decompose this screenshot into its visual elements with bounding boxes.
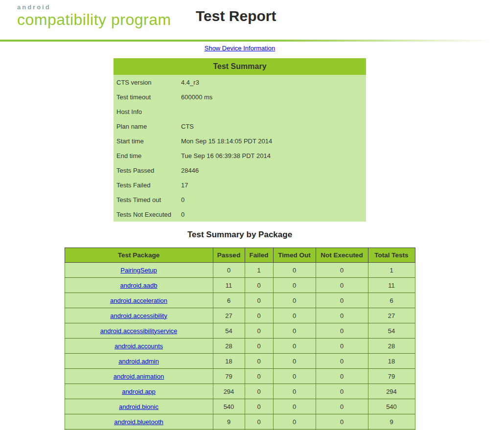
package-name-cell: android.animation	[65, 369, 213, 384]
not-executed-cell: 0	[316, 354, 368, 369]
failed-cell: 0	[245, 369, 273, 384]
not-executed-cell: 0	[316, 339, 368, 354]
test-summary-title: Test Summary	[114, 58, 366, 75]
test-summary-table: Test Summary CTS version4.4_r3Test timeo…	[114, 58, 366, 222]
package-row: android.aadb1100011	[65, 278, 415, 293]
package-name-cell: android.acceleration	[65, 293, 213, 308]
summary-row-value: 4.4_r3	[178, 75, 366, 90]
timed-out-cell: 0	[273, 399, 316, 414]
column-header-passed: Passed	[213, 248, 245, 263]
package-row: android.accessibilityservice5400054	[65, 323, 415, 339]
summary-row-value: 0	[178, 207, 366, 222]
passed-cell: 54	[213, 323, 245, 339]
not-executed-cell: 0	[316, 278, 368, 293]
passed-cell: 11	[213, 278, 245, 293]
failed-cell: 0	[245, 354, 273, 369]
failed-cell: 0	[245, 278, 273, 293]
package-link[interactable]: android.accounts	[115, 342, 163, 350]
package-link[interactable]: android.accessibilityservice	[100, 327, 178, 335]
compatibility-program-wordmark: compatibility program	[17, 12, 171, 27]
passed-cell: 540	[213, 399, 245, 414]
total-tests-cell: 11	[368, 278, 415, 293]
total-tests-cell: 1	[368, 263, 415, 278]
total-tests-cell: 28	[368, 339, 415, 354]
summary-row-value: Mon Sep 15 18:14:05 PDT 2014	[178, 134, 366, 148]
summary-row-label: End time	[114, 148, 178, 163]
summary-row: Tests Passed28446	[114, 163, 366, 178]
package-name-cell: android.bionic	[65, 399, 213, 414]
summary-row-label: Start time	[114, 134, 178, 148]
failed-cell: 0	[245, 414, 273, 430]
summary-row-value: 0	[178, 192, 366, 207]
android-compatibility-logo: android compatibility program	[17, 4, 171, 27]
total-tests-cell: 540	[368, 399, 415, 414]
passed-cell: 27	[213, 308, 245, 323]
package-name-cell: android.app	[65, 384, 213, 399]
not-executed-cell: 0	[316, 414, 368, 430]
timed-out-cell: 0	[273, 414, 316, 430]
package-link[interactable]: android.admin	[118, 358, 159, 365]
package-name-cell: android.accessibility	[65, 308, 213, 323]
package-link[interactable]: PairingSetup	[120, 267, 157, 274]
failed-cell: 0	[245, 293, 273, 308]
package-link[interactable]: android.animation	[114, 373, 164, 380]
package-row: android.accessibility2700027	[65, 308, 415, 323]
failed-cell: 0	[245, 339, 273, 354]
passed-cell: 28	[213, 339, 245, 354]
failed-cell: 0	[245, 308, 273, 323]
not-executed-cell: 0	[316, 323, 368, 339]
summary-row-label: Tests Failed	[114, 178, 178, 192]
summary-row-label: CTS version	[114, 75, 178, 90]
summary-row-label: Plan name	[114, 119, 178, 134]
page-title: Test Report	[196, 8, 276, 24]
package-row: android.admin1800018	[65, 354, 415, 369]
not-executed-cell: 0	[316, 369, 368, 384]
not-executed-cell: 0	[316, 263, 368, 278]
summary-row: CTS version4.4_r3	[114, 75, 366, 90]
package-name-cell: android.accessibilityservice	[65, 323, 213, 339]
not-executed-cell: 0	[316, 399, 368, 414]
timed-out-cell: 0	[273, 293, 316, 308]
summary-row: End timeTue Sep 16 06:39:38 PDT 2014	[114, 148, 366, 163]
summary-row-label: Test timeout	[114, 90, 178, 104]
summary-row-value: CTS	[178, 119, 366, 134]
total-tests-cell: 6	[368, 293, 415, 308]
timed-out-cell: 0	[273, 369, 316, 384]
package-name-cell: android.aadb	[65, 278, 213, 293]
failed-cell: 0	[245, 384, 273, 399]
total-tests-cell: 18	[368, 354, 415, 369]
summary-row: Tests Not Executed0	[114, 207, 366, 222]
not-executed-cell: 0	[316, 384, 368, 399]
failed-cell: 0	[245, 399, 273, 414]
package-row: android.app294000294	[65, 384, 415, 399]
total-tests-cell: 294	[368, 384, 415, 399]
package-link[interactable]: android.accessibility	[110, 312, 167, 319]
passed-cell: 9	[213, 414, 245, 430]
passed-cell: 294	[213, 384, 245, 399]
package-link[interactable]: android.acceleration	[110, 297, 167, 304]
report-header: android compatibility program Test Repor…	[0, 0, 504, 40]
column-header-not-executed: Not Executed	[316, 248, 368, 263]
summary-row-label: Tests Timed out	[114, 192, 178, 207]
failed-cell: 1	[245, 263, 273, 278]
header-divider	[0, 40, 504, 42]
summary-row-value: 28446	[178, 163, 366, 178]
device-info-link-row: Show Device Information	[0, 45, 480, 52]
summary-row: Tests Timed out0	[114, 192, 366, 207]
summary-row: Plan nameCTS	[114, 119, 366, 134]
package-row: android.animation7900079	[65, 369, 415, 384]
passed-cell: 6	[213, 293, 245, 308]
total-tests-cell: 79	[368, 369, 415, 384]
column-header-timed-out: Timed Out	[273, 248, 316, 263]
content-area: Show Device Information Test Summary CTS…	[0, 45, 480, 430]
summary-row-label: Host Info	[114, 104, 178, 119]
timed-out-cell: 0	[273, 278, 316, 293]
failed-cell: 0	[245, 323, 273, 339]
package-link[interactable]: android.app	[122, 388, 156, 395]
package-link[interactable]: android.aadb	[120, 282, 158, 289]
passed-cell: 79	[213, 369, 245, 384]
package-link[interactable]: android.bionic	[119, 403, 159, 410]
package-table-body: PairingSetup01001android.aadb1100011andr…	[65, 263, 415, 430]
package-link[interactable]: android.bluetooth	[114, 418, 163, 426]
show-device-information-link[interactable]: Show Device Information	[205, 45, 275, 52]
